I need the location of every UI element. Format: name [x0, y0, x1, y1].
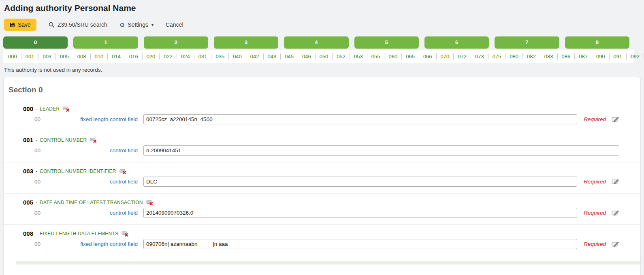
subfield-label-link[interactable]: fixed length control field [51, 116, 138, 122]
field-number-link[interactable]: 086 [558, 53, 575, 60]
field-number-link[interactable]: 073 [471, 53, 488, 60]
field-number-link[interactable]: 031 [194, 53, 212, 60]
field-row: 005 - DATE AND TIME OF LATEST TRANSACTIO… [4, 193, 640, 224]
section-tab[interactable]: 2 [144, 36, 208, 49]
tag-number: 000 [23, 105, 33, 112]
delete-field-icon[interactable] [63, 106, 70, 112]
field-number-link[interactable]: 035 [211, 53, 229, 60]
z3950-search-button[interactable]: Z39.50/SRU search [49, 21, 107, 28]
subfield-line: 00 control field Required [4, 208, 640, 218]
subfield-value-input[interactable] [143, 114, 577, 124]
field-number-link[interactable]: 066 [419, 53, 437, 60]
field-number-link[interactable]: 065 [402, 53, 419, 60]
field-row: 000 - LEADER 00 fixed length control fie… [4, 100, 640, 131]
section-tab[interactable]: 6 [424, 36, 489, 49]
field-number-link[interactable]: 003 [38, 53, 56, 60]
settings-dropdown-button[interactable]: ⚙ Settings ▾ [119, 21, 154, 28]
field-number-link[interactable]: 005 [56, 53, 73, 60]
save-button[interactable]: Save [4, 19, 36, 31]
tag-number: 005 [23, 199, 33, 206]
subfield-label-link[interactable]: control field [51, 147, 138, 153]
field-number-link[interactable]: 070 [437, 53, 454, 60]
section-tab[interactable]: 1 [73, 36, 138, 49]
delete-field-icon[interactable] [146, 200, 153, 205]
field-number-link[interactable]: 092 [627, 53, 644, 60]
delete-field-icon[interactable] [90, 137, 97, 143]
field-number-link[interactable]: 020 [143, 53, 160, 60]
field-number-link[interactable]: 000 [4, 53, 21, 60]
tag-dash: - [36, 231, 37, 237]
subfield-label-link[interactable]: control field [51, 179, 138, 185]
tag-line: 003 - CONTROL NUMBER IDENTIFIER [4, 168, 640, 175]
gear-icon: ⚙ [119, 22, 125, 28]
cancel-button[interactable]: Cancel [166, 21, 183, 28]
required-group: Required [577, 116, 619, 122]
subfield-line: 00 fixed length control field Required [4, 114, 640, 124]
field-number-link[interactable]: 055 [367, 53, 385, 60]
field-number-link[interactable]: 075 [488, 53, 506, 60]
required-label: Required [584, 210, 606, 216]
tag-name: FIXED-LENGTH DATA ELEMENTS [40, 231, 118, 237]
section-tab[interactable]: 5 [354, 36, 419, 49]
section-tab[interactable]: 8 [565, 36, 629, 49]
section-tab[interactable]: 4 [284, 36, 348, 49]
subfield-value-input[interactable] [143, 145, 619, 156]
field-number-link[interactable]: 091 [610, 53, 627, 60]
tag-name: CONTROL NUMBER IDENTIFIER [40, 168, 116, 174]
field-number-link[interactable]: 022 [160, 53, 177, 60]
field-number-link[interactable]: 090 [592, 53, 610, 60]
required-group: Required [577, 179, 619, 185]
search-icon [49, 22, 55, 28]
field-number-link[interactable]: 046 [298, 53, 316, 60]
delete-field-icon[interactable] [122, 231, 128, 237]
field-number-link[interactable]: 083 [540, 53, 558, 60]
field-number-link[interactable]: 001 [21, 53, 39, 60]
field-number-link[interactable]: 040 [229, 53, 246, 60]
field-number-link[interactable]: 045 [281, 53, 298, 60]
field-number-link[interactable]: 024 [177, 53, 194, 60]
section-tab[interactable]: 0 [3, 36, 68, 49]
subfield-code: 00 [34, 241, 51, 247]
field-number-link[interactable]: 008 [73, 53, 91, 60]
next-field-row-partial [16, 261, 640, 264]
field-number-link[interactable]: 087 [575, 53, 592, 60]
section-tab[interactable]: 7 [495, 36, 559, 49]
toolbar: Save Z39.50/SRU search ⚙ Settings ▾ Canc… [4, 18, 644, 31]
field-number-link[interactable]: 060 [384, 53, 402, 60]
subfield-label-link[interactable]: control field [51, 210, 138, 216]
field-number-link[interactable]: 016 [125, 53, 143, 60]
tag-editor-icon[interactable] [612, 179, 619, 185]
subfield-code: 00 [34, 179, 51, 185]
subfield-value-input[interactable] [143, 177, 577, 187]
tag-editor-icon[interactable] [612, 241, 619, 247]
tag-number: 008 [23, 230, 33, 237]
field-number-link[interactable]: 080 [505, 53, 523, 60]
subfield-code: 00 [34, 116, 51, 122]
field-number-link[interactable]: 053 [350, 53, 367, 60]
field-row: 008 - FIXED-LENGTH DATA ELEMENTS 00 fixe… [4, 224, 640, 256]
floppy-icon [10, 22, 15, 28]
required-label: Required [584, 241, 606, 247]
field-number-link[interactable]: 014 [108, 53, 125, 60]
tag-editor-icon[interactable] [612, 116, 619, 122]
delete-field-icon[interactable] [119, 168, 126, 174]
field-number-link[interactable]: 042 [246, 53, 264, 60]
subfield-label-link[interactable]: fixed length control field [51, 241, 138, 247]
subfield-line: 00 fixed length control field Required [4, 239, 640, 249]
subfield-value-input[interactable] [143, 239, 577, 249]
field-number-link[interactable]: 050 [316, 53, 333, 60]
subfield-line: 00 control field Required [4, 177, 640, 187]
field-number-link[interactable]: 082 [523, 53, 540, 60]
subfield-code: 00 [34, 147, 51, 153]
field-number-link[interactable]: 052 [333, 53, 350, 60]
required-label: Required [584, 179, 606, 185]
subfield-value-input[interactable] [143, 208, 577, 218]
subfield-line: 00 control field Required [4, 145, 640, 156]
tag-dash: - [36, 106, 37, 112]
field-number-link[interactable]: 072 [454, 53, 471, 60]
section-tab[interactable]: 3 [214, 36, 278, 49]
required-group: Required [577, 210, 619, 216]
field-number-link[interactable]: 010 [91, 53, 108, 60]
field-number-link[interactable]: 043 [264, 53, 281, 60]
tag-editor-icon[interactable] [612, 210, 619, 216]
